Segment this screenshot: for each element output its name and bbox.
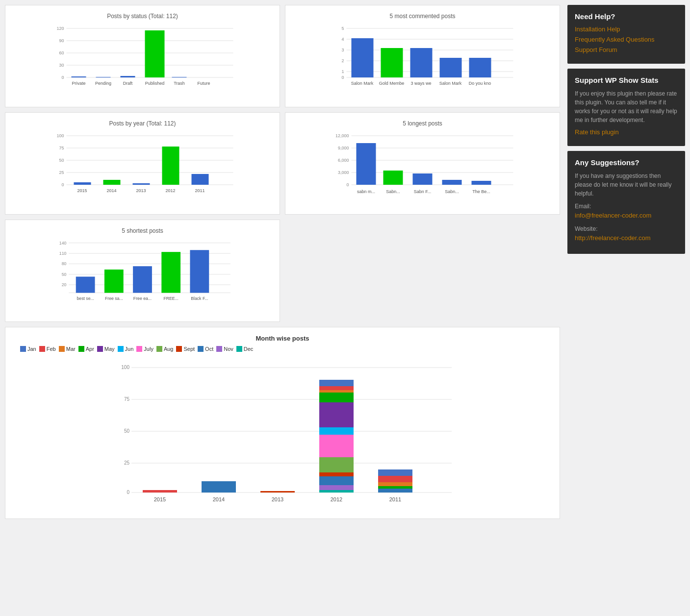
month-wise-svg: 100 75 50 25 0 2015 2014: [10, 357, 555, 514]
svg-rect-121: [319, 490, 354, 493]
svg-text:50: 50: [62, 272, 67, 277]
svg-text:5: 5: [341, 26, 344, 31]
svg-rect-42: [469, 58, 491, 77]
svg-text:sabn m...: sabn m...: [357, 189, 375, 194]
svg-text:2015: 2015: [154, 496, 166, 502]
svg-rect-136: [378, 482, 412, 486]
most-commented-chart: 5 most commented posts 5 4 3: [285, 5, 560, 107]
legend-oct: Oct: [198, 346, 213, 352]
svg-text:2013: 2013: [136, 188, 146, 193]
svg-rect-14: [121, 76, 135, 77]
svg-rect-97: [104, 270, 124, 293]
svg-rect-101: [161, 252, 180, 293]
svg-text:75: 75: [59, 146, 64, 150]
svg-text:0: 0: [127, 490, 129, 495]
svg-text:110: 110: [59, 251, 67, 256]
legend-july: July: [136, 346, 153, 352]
website-link[interactable]: http://freelancer-coder.com: [575, 233, 678, 243]
svg-text:2012: 2012: [165, 188, 175, 193]
svg-text:100: 100: [56, 133, 64, 138]
need-help-box: Need Help? Installation Help Frequently …: [567, 5, 685, 64]
svg-rect-131: [319, 386, 354, 390]
svg-rect-138: [378, 469, 412, 476]
svg-rect-117: [202, 481, 236, 493]
svg-rect-38: [410, 48, 433, 77]
legend-sept: Sept: [176, 346, 195, 352]
chart-title-commented: 5 most commented posts: [290, 13, 555, 20]
svg-text:2014: 2014: [106, 188, 116, 193]
svg-rect-74: [357, 143, 376, 185]
svg-text:50: 50: [124, 428, 130, 434]
svg-rect-36: [381, 48, 403, 77]
legend-aug: Aug: [156, 346, 174, 352]
svg-text:20: 20: [62, 282, 67, 287]
svg-text:Published: Published: [145, 81, 165, 86]
shortest-posts-chart: 5 shortest posts 140 110 80 50 20: [5, 220, 280, 322]
email-link[interactable]: info@freelancer-coder.com: [575, 211, 678, 221]
svg-rect-119: [260, 491, 295, 493]
svg-rect-56: [103, 180, 121, 185]
need-help-title: Need Help?: [575, 12, 678, 21]
suggestions-email: Email: info@freelancer-coder.com: [575, 202, 678, 221]
legend-apr: Apr: [78, 346, 94, 352]
shortest-chart-svg: 140 110 80 50 20 best se... Free sa...: [10, 238, 275, 317]
svg-rect-54: [74, 182, 91, 185]
svg-text:80: 80: [62, 261, 67, 266]
svg-rect-76: [383, 171, 403, 185]
website-prefix: Website:: [575, 225, 597, 232]
svg-rect-122: [319, 485, 354, 490]
posts-by-status-chart: Posts by status (Total: 112) 120 90 60 3…: [5, 5, 280, 107]
svg-text:9,000: 9,000: [338, 146, 349, 150]
svg-text:Trash: Trash: [174, 81, 185, 86]
installation-help-link[interactable]: Installation Help: [575, 25, 678, 33]
legend-mar: Mar: [59, 346, 76, 352]
svg-text:100: 100: [121, 365, 129, 370]
svg-text:1: 1: [341, 69, 344, 74]
svg-text:12,000: 12,000: [335, 133, 349, 138]
svg-rect-126: [319, 435, 354, 457]
svg-text:60: 60: [59, 50, 64, 55]
svg-text:FREE...: FREE...: [163, 296, 179, 301]
svg-text:25: 25: [124, 460, 130, 466]
svg-text:2015: 2015: [77, 188, 87, 193]
svg-text:Sabn F...: Sabn F...: [414, 189, 432, 194]
svg-text:90: 90: [59, 38, 64, 43]
svg-text:Draft: Draft: [123, 81, 133, 86]
svg-rect-129: [319, 393, 354, 402]
chart-title-year: Posts by year (Total: 112): [10, 120, 275, 127]
svg-rect-40: [440, 58, 462, 77]
suggestions-box: Any Suggestions? If you have any suggest…: [567, 151, 685, 254]
support-forum-link[interactable]: Support Forum: [575, 46, 678, 53]
svg-text:50: 50: [59, 158, 64, 163]
faq-link[interactable]: Frequently Asked Questions: [575, 36, 678, 43]
svg-text:2011: 2011: [195, 188, 204, 193]
svg-rect-62: [192, 174, 209, 185]
svg-rect-135: [378, 486, 412, 489]
svg-text:Sabn...: Sabn...: [445, 189, 459, 194]
suggestions-text: If you have any suggestions then please …: [575, 172, 678, 198]
svg-rect-99: [133, 266, 152, 293]
svg-text:Private: Private: [72, 81, 85, 86]
posts-by-year-chart: Posts by year (Total: 112) 100 75 50 25 …: [5, 112, 280, 215]
svg-rect-34: [352, 38, 374, 77]
legend-nov: Nov: [216, 346, 233, 352]
svg-rect-137: [378, 476, 412, 482]
support-text: If you enjoy this plugin then please rat…: [575, 89, 678, 124]
svg-text:3: 3: [341, 48, 344, 52]
svg-text:Salon Mark: Salon Mark: [351, 81, 374, 86]
svg-rect-128: [319, 402, 354, 427]
svg-text:3,000: 3,000: [338, 170, 349, 175]
svg-text:2012: 2012: [331, 496, 342, 502]
legend-jun: Jun: [118, 346, 134, 352]
svg-text:0: 0: [341, 75, 344, 80]
svg-rect-12: [96, 77, 111, 77]
svg-rect-103: [190, 250, 209, 293]
svg-text:Pending: Pending: [95, 81, 111, 86]
svg-rect-125: [319, 457, 354, 472]
rate-plugin-link[interactable]: Rate this plugin: [575, 128, 678, 136]
sidebar: Need Help? Installation Help Frequently …: [567, 5, 685, 524]
svg-text:2014: 2014: [213, 496, 225, 502]
year-chart-svg: 100 75 50 25 0 2015 2014: [10, 131, 275, 209]
svg-text:3 ways we: 3 ways we: [410, 81, 431, 86]
longest-posts-chart: 5 longest posts 12,000 9,000 6,000 3,000…: [285, 112, 560, 215]
